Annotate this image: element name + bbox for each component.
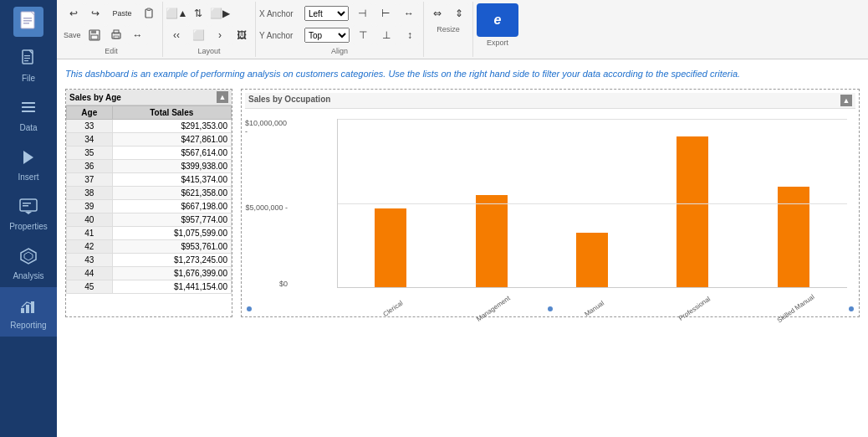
x-anchor-label: X Anchor [259, 9, 301, 18]
sidebar-item-label: Properties [9, 222, 48, 231]
y-anchor-select[interactable]: TopMiddleBottom [304, 28, 350, 43]
align-left-btn[interactable]: ⊣ [352, 3, 372, 23]
edit-section: ↩ ↪ Paste Save ↔ Edit [60, 2, 163, 57]
sales-cell: $1,273,245.00 [112, 254, 232, 267]
age-cell: 36 [67, 160, 113, 173]
svg-rect-23 [147, 8, 151, 11]
file-icon [17, 47, 40, 70]
y-label-bottom: $0 [279, 280, 288, 288]
age-cell: 35 [67, 147, 113, 160]
sales-by-occupation-widget: Sales by Occupation ▲ $10,000,000 - $5,0… [241, 89, 860, 317]
resize-v-btn[interactable]: ⇕ [449, 3, 469, 23]
table-row: 37$415,374.00 [67, 173, 232, 187]
bar-management-rect [476, 195, 508, 288]
sidebar-item-data[interactable]: Data [0, 90, 57, 139]
toolbar: ↩ ↪ Paste Save ↔ Edit ⬜ [57, 0, 868, 59]
redo-button[interactable]: ↪ [85, 3, 105, 23]
table-row: 39$667,198.00 [67, 200, 232, 213]
description-link[interactable]: This dashboard is an example of performi… [65, 69, 740, 79]
preview-button[interactable]: e [477, 3, 518, 37]
age-cell: 42 [67, 240, 113, 254]
x-label-professional: Professional [647, 304, 738, 313]
print-button[interactable] [106, 25, 126, 45]
age-cell: 33 [67, 120, 113, 133]
sidebar-item-insert[interactable]: Insert [0, 139, 57, 188]
sales-cell: $567,614.00 [112, 147, 232, 160]
x-label-skilled-manual-text: Skilled Manual [776, 293, 816, 324]
age-cell: 38 [67, 187, 113, 200]
layout-btn1[interactable]: ⬜▲ [166, 3, 186, 23]
svg-rect-8 [22, 102, 35, 104]
insert-icon [17, 146, 40, 169]
age-cell: 45 [67, 280, 113, 294]
x-label-management: Management [446, 304, 536, 313]
sidebar-item-file[interactable]: File [0, 40, 57, 90]
align-right-btn[interactable]: ⊢ [375, 3, 396, 23]
table-row: 45$1,441,154.00 [67, 280, 232, 294]
clipboard-button[interactable] [139, 3, 159, 23]
layout-btn4[interactable]: ‹‹ [166, 25, 186, 45]
age-cell: 41 [67, 227, 113, 240]
age-cell: 37 [67, 173, 113, 187]
x-label-skilled-manual: Skilled Manual [748, 304, 839, 313]
layout-btn2[interactable]: ⇅ [188, 3, 208, 23]
table-row: 35$567,614.00 [67, 147, 232, 160]
grid-line-bottom [337, 287, 847, 288]
layout-btn5[interactable]: ⬜ [188, 25, 208, 45]
paste-label-button[interactable]: Paste [107, 3, 137, 23]
svg-rect-19 [26, 305, 29, 313]
x-label-professional-text: Professional [677, 296, 712, 323]
layout-btn3[interactable]: ⬜▶ [210, 3, 230, 23]
align-bottom-btn[interactable]: ⊥ [376, 25, 396, 45]
align-top-btn[interactable]: ⊤ [353, 25, 373, 45]
layout-btn6[interactable]: › [210, 25, 230, 45]
bar-manual-rect [576, 233, 608, 289]
expand-table-button[interactable]: ▲ [217, 91, 228, 103]
undo-button[interactable]: ↩ [64, 3, 84, 23]
layout-btn7[interactable]: 🖼 [232, 25, 252, 45]
layout-section: ⬜▲ ⇅ ⬜▶ ‹‹ ⬜ › 🖼 Layout [163, 2, 256, 57]
x-anchor-select[interactable]: LeftCenterRight [304, 6, 349, 21]
svg-rect-9 [22, 106, 35, 108]
sidebar-item-properties[interactable]: Properties [0, 188, 57, 238]
sales-by-age-table: Age Total Sales 33$291,353.0034$427,861.… [66, 105, 232, 294]
sales-cell: $415,374.00 [112, 173, 232, 187]
data-icon [17, 96, 40, 120]
export-section: e Export [473, 2, 522, 57]
age-cell: 39 [67, 200, 113, 213]
sidebar-item-analysis[interactable]: Analysis [0, 238, 57, 287]
align-hcenter-btn[interactable]: ↔ [399, 3, 419, 23]
resize-h-btn[interactable]: ⇔ [427, 3, 447, 23]
expand-chart-button[interactable]: ▲ [840, 95, 852, 106]
resize-label: Resize [427, 25, 469, 33]
y-label-top: $10,000,000 - [245, 119, 288, 136]
transfer-button[interactable]: ↔ [128, 25, 148, 45]
save-button[interactable] [84, 25, 105, 45]
sales-cell: $621,358.00 [112, 187, 232, 200]
x-label-manual: Manual [547, 304, 637, 313]
age-cell: 44 [67, 267, 113, 280]
chart-header: Sales by Occupation ▲ [245, 93, 855, 109]
table-row: 43$1,273,245.00 [67, 254, 232, 267]
sidebar-item-label: Reporting [10, 321, 46, 330]
sales-cell: $953,761.00 [112, 240, 232, 254]
bar-clerical-rect [375, 208, 406, 288]
age-col-header: Age [67, 106, 113, 120]
y-axis-line [337, 119, 338, 288]
sales-cell: $667,198.00 [112, 200, 232, 213]
table-row: 38$621,358.00 [67, 187, 232, 200]
sales-cell: $957,774.00 [112, 213, 232, 227]
align-vcenter-btn[interactable]: ↕ [400, 25, 420, 45]
chart-title-text: Sales by Occupation [248, 95, 330, 106]
save-label: Save [64, 31, 81, 39]
sidebar-logo[interactable] [13, 7, 43, 37]
description-text: This dashboard is an example of performi… [65, 68, 860, 80]
svg-rect-14 [23, 205, 28, 207]
dashboard-area: Sales by Age ▲ Age Total Sales 33$291,35… [65, 89, 860, 317]
y-axis: $10,000,000 - $5,000,000 - $0 [245, 119, 291, 288]
chart-plot-area [337, 119, 847, 288]
grid-line-top [337, 119, 847, 120]
sidebar-item-reporting[interactable]: Reporting [0, 287, 57, 337]
bar-professional-rect [677, 136, 708, 289]
table-row: 41$1,075,599.00 [67, 227, 232, 240]
